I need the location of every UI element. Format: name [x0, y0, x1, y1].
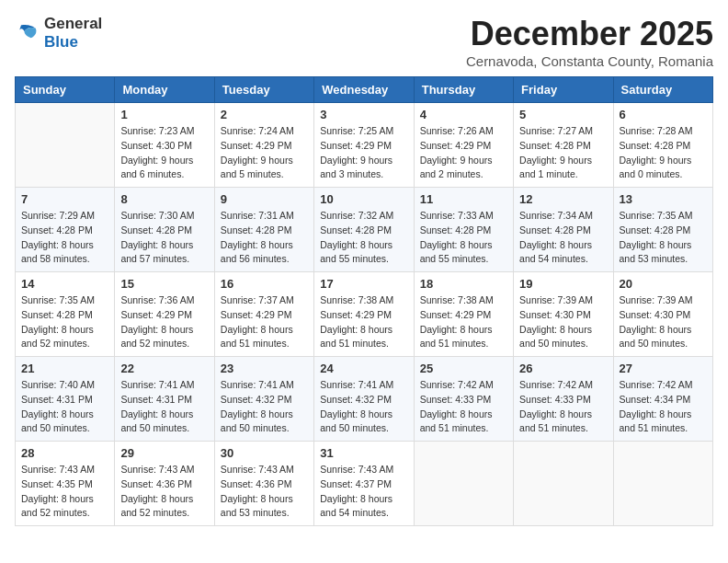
calendar-cell: 17Sunrise: 7:38 AMSunset: 4:29 PMDayligh…	[314, 272, 414, 357]
calendar-week-row: 7Sunrise: 7:29 AMSunset: 4:28 PMDaylight…	[16, 188, 713, 272]
sunset-text: Sunset: 4:36 PM	[221, 477, 308, 492]
calendar-cell: 14Sunrise: 7:35 AMSunset: 4:28 PMDayligh…	[16, 272, 115, 357]
sunrise-text: Sunrise: 7:40 AM	[21, 378, 108, 393]
day-number: 12	[519, 192, 607, 206]
day-number: 21	[21, 362, 108, 375]
sunrise-text: Sunrise: 7:41 AM	[320, 378, 407, 393]
sunset-text: Sunset: 4:31 PM	[21, 393, 108, 408]
sunset-text: Sunset: 4:29 PM	[320, 139, 407, 154]
day-number: 18	[420, 277, 507, 291]
day-number: 24	[320, 362, 407, 375]
sunrise-text: Sunrise: 7:39 AM	[519, 293, 607, 308]
sunrise-text: Sunrise: 7:35 AM	[620, 209, 707, 224]
sunrise-text: Sunrise: 7:34 AM	[519, 209, 607, 224]
day-number: 28	[21, 446, 108, 460]
sunrise-text: Sunrise: 7:43 AM	[320, 463, 407, 477]
sunrise-text: Sunrise: 7:28 AM	[620, 124, 707, 139]
sunrise-text: Sunrise: 7:35 AM	[21, 293, 108, 308]
sunrise-text: Sunrise: 7:24 AM	[221, 124, 308, 139]
day-number: 22	[120, 362, 208, 375]
day-number: 25	[420, 362, 507, 375]
day-info: Sunrise: 7:38 AMSunset: 4:29 PMDaylight:…	[420, 293, 507, 351]
daylight-text: Daylight: 9 hours and 2 minutes.	[420, 154, 507, 183]
calendar-cell: 11Sunrise: 7:33 AMSunset: 4:28 PMDayligh…	[414, 188, 513, 272]
sunset-text: Sunset: 4:36 PM	[120, 477, 208, 492]
page-header: General Blue December 2025 Cernavoda, Co…	[15, 15, 713, 69]
daylight-text: Daylight: 8 hours and 50 minutes.	[519, 323, 607, 352]
sunrise-text: Sunrise: 7:30 AM	[120, 209, 208, 224]
sunset-text: Sunset: 4:28 PM	[221, 224, 308, 238]
calendar-cell: 13Sunrise: 7:35 AMSunset: 4:28 PMDayligh…	[613, 188, 712, 272]
sunrise-text: Sunrise: 7:32 AM	[320, 209, 407, 224]
sunrise-text: Sunrise: 7:42 AM	[519, 378, 607, 393]
sunset-text: Sunset: 4:29 PM	[420, 308, 507, 323]
sunrise-text: Sunrise: 7:41 AM	[120, 378, 208, 393]
sunset-text: Sunset: 4:33 PM	[519, 393, 607, 408]
day-number: 26	[519, 362, 607, 375]
sunrise-text: Sunrise: 7:25 AM	[320, 124, 407, 139]
day-info: Sunrise: 7:38 AMSunset: 4:29 PMDaylight:…	[320, 293, 407, 351]
day-number: 17	[320, 277, 407, 291]
daylight-text: Daylight: 9 hours and 6 minutes.	[120, 154, 208, 183]
sunrise-text: Sunrise: 7:43 AM	[120, 463, 208, 477]
sunrise-text: Sunrise: 7:38 AM	[420, 293, 507, 308]
sunrise-text: Sunrise: 7:26 AM	[420, 124, 507, 139]
day-number: 14	[21, 277, 108, 291]
day-info: Sunrise: 7:27 AMSunset: 4:28 PMDaylight:…	[519, 124, 607, 182]
sunrise-text: Sunrise: 7:39 AM	[620, 293, 707, 308]
day-number: 13	[620, 192, 707, 206]
sunrise-text: Sunrise: 7:41 AM	[221, 378, 308, 393]
sunset-text: Sunset: 4:29 PM	[420, 139, 507, 154]
day-number: 27	[620, 362, 707, 375]
day-info: Sunrise: 7:42 AMSunset: 4:33 PMDaylight:…	[519, 378, 607, 436]
calendar-cell	[16, 103, 115, 188]
calendar-week-row: 28Sunrise: 7:43 AMSunset: 4:35 PMDayligh…	[16, 442, 713, 526]
calendar-cell: 23Sunrise: 7:41 AMSunset: 4:32 PMDayligh…	[214, 357, 313, 442]
day-number: 2	[221, 108, 308, 121]
sunset-text: Sunset: 4:29 PM	[221, 139, 308, 154]
daylight-text: Daylight: 8 hours and 55 minutes.	[320, 238, 407, 268]
calendar-week-row: 14Sunrise: 7:35 AMSunset: 4:28 PMDayligh…	[16, 272, 713, 357]
sunrise-text: Sunrise: 7:23 AM	[120, 124, 208, 139]
sunset-text: Sunset: 4:32 PM	[320, 393, 407, 408]
day-number: 1	[120, 108, 208, 121]
calendar-cell: 28Sunrise: 7:43 AMSunset: 4:35 PMDayligh…	[16, 442, 115, 526]
daylight-text: Daylight: 8 hours and 50 minutes.	[221, 408, 308, 437]
calendar-cell: 12Sunrise: 7:34 AMSunset: 4:28 PMDayligh…	[514, 188, 613, 272]
calendar-cell: 19Sunrise: 7:39 AMSunset: 4:30 PMDayligh…	[514, 272, 613, 357]
daylight-text: Daylight: 9 hours and 5 minutes.	[221, 154, 308, 183]
day-number: 10	[320, 192, 407, 206]
day-info: Sunrise: 7:30 AMSunset: 4:28 PMDaylight:…	[120, 209, 208, 267]
calendar-cell: 4Sunrise: 7:26 AMSunset: 4:29 PMDaylight…	[414, 103, 513, 188]
calendar-cell: 6Sunrise: 7:28 AMSunset: 4:28 PMDaylight…	[613, 103, 712, 188]
sunset-text: Sunset: 4:31 PM	[120, 393, 208, 408]
calendar-week-row: 1Sunrise: 7:23 AMSunset: 4:30 PMDaylight…	[16, 103, 713, 188]
day-info: Sunrise: 7:35 AMSunset: 4:28 PMDaylight:…	[620, 209, 707, 267]
daylight-text: Daylight: 8 hours and 58 minutes.	[21, 238, 108, 268]
day-info: Sunrise: 7:33 AMSunset: 4:28 PMDaylight:…	[420, 209, 507, 267]
daylight-text: Daylight: 9 hours and 1 minute.	[519, 154, 607, 183]
sunset-text: Sunset: 4:37 PM	[320, 477, 407, 492]
sunset-text: Sunset: 4:33 PM	[420, 393, 507, 408]
sunset-text: Sunset: 4:28 PM	[620, 139, 707, 154]
calendar-cell: 8Sunrise: 7:30 AMSunset: 4:28 PMDaylight…	[115, 188, 214, 272]
daylight-text: Daylight: 8 hours and 55 minutes.	[420, 238, 507, 268]
calendar-cell	[414, 442, 513, 526]
daylight-text: Daylight: 8 hours and 51 minutes.	[320, 323, 407, 352]
sunset-text: Sunset: 4:32 PM	[221, 393, 308, 408]
day-info: Sunrise: 7:41 AMSunset: 4:32 PMDaylight:…	[320, 378, 407, 436]
logo-blue: Blue	[44, 33, 78, 51]
day-info: Sunrise: 7:32 AMSunset: 4:28 PMDaylight:…	[320, 209, 407, 267]
day-info: Sunrise: 7:43 AMSunset: 4:37 PMDaylight:…	[320, 463, 407, 521]
calendar-header-row: SundayMondayTuesdayWednesdayThursdayFrid…	[16, 77, 713, 103]
logo-text: General Blue	[44, 15, 102, 52]
calendar-cell: 26Sunrise: 7:42 AMSunset: 4:33 PMDayligh…	[514, 357, 613, 442]
calendar-cell: 30Sunrise: 7:43 AMSunset: 4:36 PMDayligh…	[214, 442, 313, 526]
daylight-text: Daylight: 8 hours and 51 minutes.	[519, 408, 607, 437]
calendar-week-row: 21Sunrise: 7:40 AMSunset: 4:31 PMDayligh…	[16, 357, 713, 442]
daylight-text: Daylight: 8 hours and 52 minutes.	[21, 323, 108, 352]
daylight-text: Daylight: 9 hours and 3 minutes.	[320, 154, 407, 183]
sunrise-text: Sunrise: 7:42 AM	[620, 378, 707, 393]
calendar-cell: 21Sunrise: 7:40 AMSunset: 4:31 PMDayligh…	[16, 357, 115, 442]
calendar-cell: 3Sunrise: 7:25 AMSunset: 4:29 PMDaylight…	[314, 103, 414, 188]
